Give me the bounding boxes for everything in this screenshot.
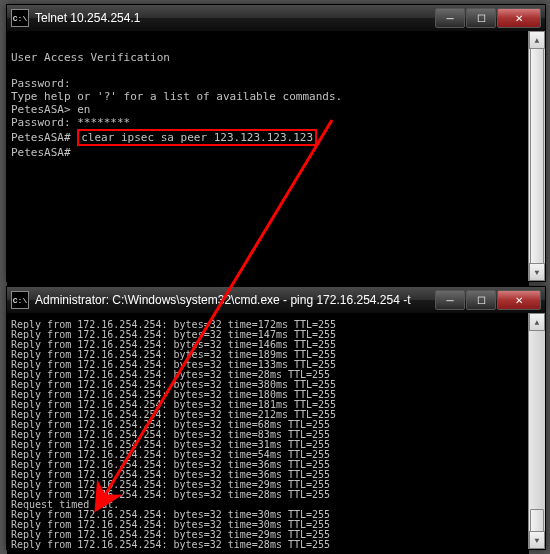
window-title-1: Telnet 10.254.254.1 xyxy=(35,11,435,25)
term-line: PetesASA> en xyxy=(11,103,90,116)
telnet-window: C:\ Telnet 10.254.254.1 ─ ☐ ✕ User Acces… xyxy=(6,4,546,282)
term-line: Password: ******** xyxy=(11,116,130,129)
maximize-button[interactable]: ☐ xyxy=(466,8,496,28)
scroll-down-icon[interactable]: ▼ xyxy=(529,531,545,549)
term-line: PetesASA# xyxy=(11,131,71,144)
scroll-thumb[interactable] xyxy=(530,509,544,533)
minimize-button[interactable]: ─ xyxy=(435,290,465,310)
minimize-button[interactable]: ─ xyxy=(435,8,465,28)
terminal-body-2[interactable]: Reply from 172.16.254.254: bytes=32 time… xyxy=(7,314,529,554)
scrollbar-1[interactable]: ▲ ▼ xyxy=(528,31,545,281)
cmd-icon: C:\ xyxy=(11,9,29,27)
scrollbar-2[interactable]: ▲ ▼ xyxy=(528,313,545,549)
titlebar-2[interactable]: C:\ Administrator: C:\Windows\system32\c… xyxy=(7,287,545,314)
close-button[interactable]: ✕ xyxy=(497,8,541,28)
cmd-window: C:\ Administrator: C:\Windows\system32\c… xyxy=(6,286,546,550)
term-line: Type help or '?' for a list of available… xyxy=(11,90,342,103)
term-line: User Access Verification xyxy=(11,51,170,64)
scroll-up-icon[interactable]: ▲ xyxy=(529,31,545,49)
scroll-up-icon[interactable]: ▲ xyxy=(529,313,545,331)
titlebar-1[interactable]: C:\ Telnet 10.254.254.1 ─ ☐ ✕ xyxy=(7,5,545,32)
close-button[interactable]: ✕ xyxy=(497,290,541,310)
term-line: PetesASA# xyxy=(11,146,71,159)
cmd-icon: C:\ xyxy=(11,291,29,309)
window-title-2: Administrator: C:\Windows\system32\cmd.e… xyxy=(35,293,435,307)
highlighted-command: clear ipsec sa peer 123.123.123.123 xyxy=(77,129,317,146)
maximize-button[interactable]: ☐ xyxy=(466,290,496,310)
terminal-body-1[interactable]: User Access Verification Password: Type … xyxy=(7,32,529,288)
term-line: Password: xyxy=(11,77,71,90)
scroll-thumb[interactable] xyxy=(530,48,544,266)
scroll-down-icon[interactable]: ▼ xyxy=(529,263,545,281)
